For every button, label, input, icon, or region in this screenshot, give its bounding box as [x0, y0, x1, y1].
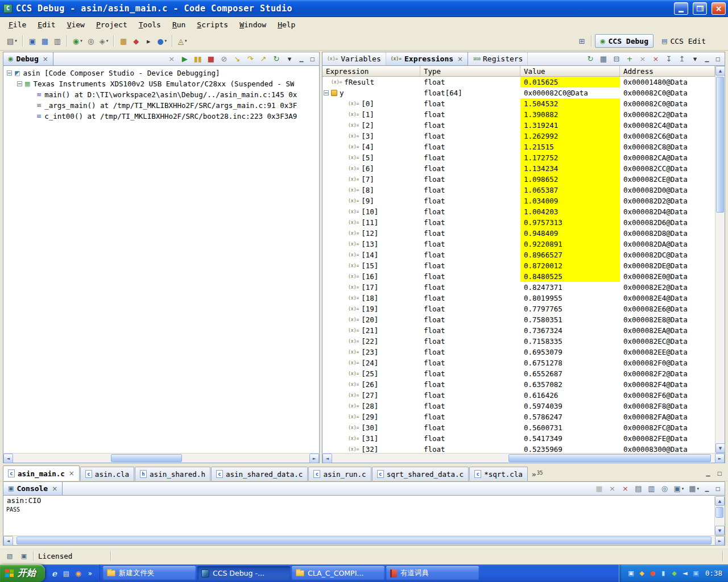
menu-view[interactable]: View — [62, 19, 90, 31]
step-into-button[interactable]: ↘ — [231, 52, 243, 66]
scroll-down-button[interactable]: ▼ — [715, 526, 725, 535]
expression-row[interactable]: (x)=[20]float0.75803510x000082E8@Data — [322, 314, 715, 325]
expression-row[interactable]: (x)=[2]float1.3192410x000082C4@Data — [322, 120, 715, 131]
expression-row[interactable]: (x)=[0]float1.5045320x000082C0@Data — [322, 98, 715, 109]
scroll-up-button[interactable]: ▲ — [715, 496, 725, 506]
target-config-button[interactable]: ◈▾ — [97, 34, 111, 48]
console-output-area[interactable]: PASS — [3, 505, 714, 535]
editor-tab-asin-shared-data-c[interactable]: casin_shared_data.c — [211, 467, 308, 481]
titlebar[interactable]: C CCS Debug - asin/asin_main.c - Code Co… — [0, 0, 728, 17]
debug-tab[interactable]: ◉ Debug × — [3, 52, 53, 65]
debug-button[interactable]: ◉▾ — [71, 34, 85, 48]
display-console-button[interactable]: ▣▾ — [671, 482, 686, 496]
menu-project[interactable]: Project — [91, 19, 133, 31]
expression-row[interactable]: (x)=[22]float0.71583350x000082EC@Data — [322, 336, 715, 347]
expression-row[interactable]: (x)=[19]float0.77977650x000082E6@Data — [322, 304, 715, 314]
minimize-editor-button[interactable]: ▁ — [703, 468, 713, 479]
expression-row[interactable]: (x)=[9]float1.0340090x000082D2@Data — [322, 196, 715, 206]
scroll-right-button[interactable]: ► — [715, 536, 725, 546]
expression-row[interactable]: (x)=[13]float0.92208910x000082DA@Data — [322, 239, 715, 250]
add-expression-button[interactable]: + — [623, 52, 636, 66]
collapse-toggle-icon[interactable]: − — [7, 70, 12, 76]
scroll-thumb[interactable] — [508, 454, 712, 462]
editor-tab-asin-cla[interactable]: casin.cla — [80, 467, 134, 481]
flash-button[interactable]: ◆ — [130, 34, 142, 48]
refresh-button[interactable]: ↻ — [584, 52, 597, 66]
resume-button[interactable]: ▶ — [179, 52, 191, 66]
collapse-all-button[interactable]: ⊟ — [610, 52, 623, 66]
close-button[interactable]: × — [712, 2, 726, 15]
view-menu-button[interactable]: ▾ — [689, 52, 701, 66]
restart-button[interactable]: ↻ — [270, 52, 283, 66]
remove-all-launches-button[interactable]: × — [619, 482, 631, 496]
tab-registers[interactable]: 1010Registers — [468, 52, 528, 65]
task-button-dict[interactable]: 有道词典 — [386, 566, 479, 580]
expression-row[interactable]: (x)=[12]float0.9484090x000082D8@Data — [322, 228, 715, 239]
fast-view-button[interactable]: ▧ — [5, 551, 15, 561]
console-vscrollbar[interactable]: ▲ ▼ — [714, 496, 724, 535]
menu-window[interactable]: Window — [234, 19, 271, 31]
expression-row[interactable]: (x)=[32]float0.52359690x00008300@Data — [322, 444, 715, 453]
view-menu-button[interactable]: ▾ — [283, 52, 296, 66]
search-button[interactable]: ◬▾ — [176, 34, 189, 48]
expression-row[interactable]: (x)=[23]float0.69530790x000082EE@Data — [322, 347, 715, 357]
menu-scripts[interactable]: Scripts — [192, 19, 233, 31]
expressions-vscrollbar[interactable]: ▲ ▼ — [715, 66, 725, 453]
expression-row[interactable]: (x)=[27]float0.6164260x000082F6@Data — [322, 390, 715, 401]
scroll-track[interactable] — [332, 454, 715, 463]
save-all-button[interactable]: ▦ — [39, 34, 51, 48]
terminal-button[interactable]: ▸ — [142, 34, 155, 48]
expression-row[interactable]: (x)=[11]float0.97573130x000082D6@Data — [322, 217, 715, 228]
expression-row[interactable]: (x)=[21]float0.73673240x000082EA@Data — [322, 325, 715, 336]
ie-quicklaunch-icon[interactable]: e — [49, 568, 59, 578]
pin-console-button[interactable]: ◎ — [658, 482, 671, 496]
maximize-debug-view-button[interactable]: □ — [307, 54, 317, 64]
export-button[interactable]: ↥ — [676, 52, 688, 66]
editor-tab-sqrt-shared-data-c[interactable]: csqrt_shared_data.c — [372, 467, 469, 481]
ccs-edit-perspective-button[interactable]: ▤ CCS Edit — [656, 34, 711, 48]
scroll-right-button[interactable]: ► — [715, 454, 725, 463]
scroll-track[interactable] — [715, 506, 724, 526]
open-console-button[interactable]: ▦▾ — [686, 482, 701, 496]
expression-row[interactable]: (x)=[25]float0.65526870x000082F2@Data — [322, 368, 715, 379]
expression-row[interactable]: (x)=[7]float1.0986520x000082CE@Data — [322, 174, 715, 185]
disconnect-button[interactable]: ⊘ — [218, 52, 230, 66]
expression-row[interactable]: (x)=[30]float0.56007310x000082FC@Data — [322, 422, 715, 433]
scroll-left-button[interactable]: ◄ — [3, 536, 13, 546]
step-return-button[interactable]: ↗ — [257, 52, 270, 66]
minimize-expressions-view-button[interactable]: ▁ — [702, 54, 712, 64]
expression-row[interactable]: (x)=[16]float0.84805250x000082E0@Data — [322, 271, 715, 282]
collapse-toggle-icon[interactable]: − — [324, 90, 329, 95]
expression-row[interactable]: (x)=[28]float0.59740390x000082F8@Data — [322, 401, 715, 411]
expression-row[interactable]: (x)=[4]float1.215150x000082C8@Data — [322, 142, 715, 152]
remove-all-expressions-button[interactable]: × — [650, 52, 662, 66]
close-debug-tab-icon[interactable]: × — [43, 55, 48, 63]
menu-file[interactable]: File — [3, 19, 31, 31]
media-player-icon[interactable]: ◉ — [73, 568, 83, 578]
scroll-track[interactable] — [13, 454, 309, 463]
menu-tools[interactable]: Tools — [134, 19, 166, 31]
start-button[interactable]: 开始 — [0, 564, 45, 582]
column-header-expression[interactable]: Expression — [322, 66, 420, 76]
column-header-type[interactable]: Type — [420, 66, 520, 76]
debug-hscrollbar[interactable]: ◄ ► — [3, 453, 319, 463]
close-tab-icon[interactable]: × — [457, 55, 463, 63]
tab-variables[interactable]: (x)=Variables — [322, 52, 386, 65]
remove-all-terminated-button[interactable]: × — [166, 52, 178, 66]
expression-row[interactable]: (x)=[3]float1.2629920x000082C6@Data — [322, 131, 715, 142]
step-over-button[interactable]: ↷ — [244, 52, 257, 66]
maximize-expressions-view-button[interactable]: □ — [713, 54, 723, 64]
tray-ime-icon[interactable]: ▣ — [626, 568, 636, 578]
scroll-thumb[interactable] — [716, 77, 724, 213]
scroll-track[interactable] — [715, 76, 725, 443]
editor-tab-asin-run-c[interactable]: casin_run.c — [308, 467, 371, 481]
memory-button[interactable]: ▦ — [117, 34, 130, 48]
debug-tree-node[interactable]: ≡main() at D:\TI\workspace2\asin\Debug/.… — [3, 89, 319, 100]
print-button[interactable]: ▥ — [51, 34, 64, 48]
show-types-button[interactable]: ▦ — [597, 52, 610, 66]
clear-console-button[interactable]: ▤ — [632, 482, 644, 496]
minimize-debug-view-button[interactable]: ▁ — [296, 54, 307, 64]
profile-button[interactable]: ●▾ — [155, 34, 169, 48]
expression-row[interactable]: (x)=[26]float0.63570820x000082F4@Data — [322, 379, 715, 390]
workspace-button[interactable]: ▣ — [19, 551, 29, 561]
